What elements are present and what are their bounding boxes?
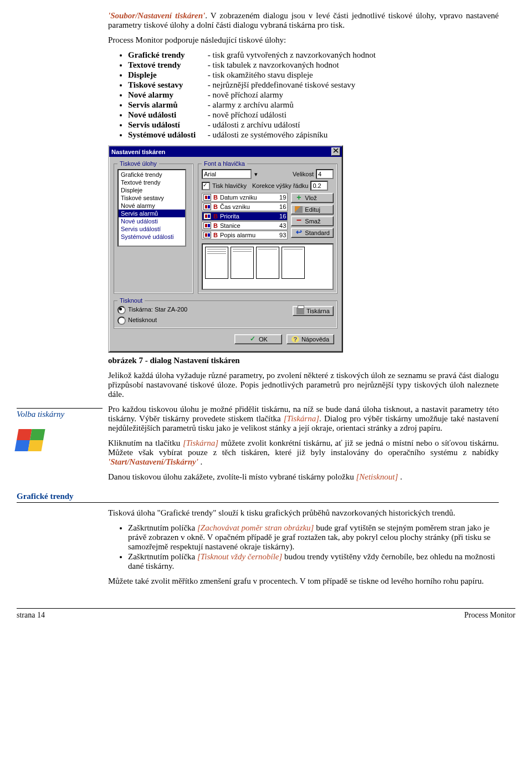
group-font-legend: Font a hlavička bbox=[202, 160, 247, 167]
volba-p1: Pro každou tiskovou úlohu je možné přidě… bbox=[108, 405, 499, 433]
edit-button[interactable]: Edituj bbox=[291, 205, 334, 215]
group-jobs-legend: Tiskové úlohy bbox=[117, 160, 159, 167]
listbox-item[interactable]: Tiskové sestavy bbox=[119, 194, 185, 202]
listbox-item[interactable]: Servis událostí bbox=[119, 225, 185, 233]
pencil-icon bbox=[295, 206, 303, 213]
preview-pane bbox=[202, 243, 334, 290]
footer-right: Process Monitor bbox=[464, 611, 515, 620]
minus-icon: – bbox=[295, 218, 303, 225]
graf-bullets: Zaškrtnutím políčka [Zachovávat poměr st… bbox=[108, 523, 499, 571]
font-combo[interactable]: Arial bbox=[202, 169, 252, 179]
after-figure-paragraph: Jelikož každá úloha vyžaduje různé param… bbox=[108, 371, 499, 399]
header-check-label: Tisk hlavičky bbox=[212, 182, 247, 189]
job-item: Grafické trendy - tisk grafů vytvořených… bbox=[128, 50, 499, 60]
figure-caption: obrázek 7 - dialog Nastavení tiskáren bbox=[108, 356, 499, 365]
intro-lead: Process Monitor podporuje následující ti… bbox=[108, 35, 499, 45]
listbox-item[interactable]: Nové události bbox=[119, 217, 185, 225]
section-heading-grafic: Grafické trendy bbox=[17, 492, 499, 503]
windows-icon bbox=[17, 429, 103, 451]
help-button[interactable]: ?Nápověda bbox=[287, 334, 334, 344]
printer-settings-dialog: Nastavení tiskáren Tiskové úlohy Grafick… bbox=[108, 145, 343, 353]
dialog-titlebar: Nastavení tiskáren bbox=[109, 146, 342, 157]
noprint-radio-label: Netisknout bbox=[128, 317, 157, 323]
job-item: Servis událostí - události z archívu udá… bbox=[128, 120, 499, 130]
job-item: Displeje - tisk okamžitého stavu displej… bbox=[128, 70, 499, 80]
listbox-item[interactable]: Servis alarmů bbox=[119, 210, 185, 217]
jobs-listbox[interactable]: Grafické trendyTextové trendyDisplejeTis… bbox=[117, 169, 186, 247]
job-item: Nové alarmy - nově příchozí alarmy bbox=[128, 90, 499, 100]
volba-p2: Kliknutím na tlačítku [Tiskárna] můžete … bbox=[108, 438, 499, 467]
delete-button[interactable]: –Smaž bbox=[291, 216, 334, 226]
size-label: Velikost bbox=[293, 171, 314, 177]
jobs-list: Grafické trendy - tisk grafů vytvořených… bbox=[108, 50, 499, 140]
dialog-title: Nastavení tiskáren bbox=[111, 149, 165, 155]
graf-p2: Můžete také zvolit měřítko zmenšení graf… bbox=[108, 577, 499, 586]
listbox-item[interactable]: Displeje bbox=[119, 186, 185, 194]
side-label-volba: Volba tiskárny bbox=[17, 408, 103, 419]
plus-icon: + bbox=[295, 195, 303, 201]
insert-button[interactable]: +Vlož bbox=[291, 193, 334, 203]
group-print-legend: Tisknout bbox=[117, 297, 145, 304]
noprint-radio[interactable] bbox=[117, 317, 126, 325]
size-input[interactable]: 4 bbox=[316, 169, 334, 179]
column-row[interactable]: BČas vzniku16 bbox=[202, 202, 288, 211]
printer-radio-label: Tiskárna: Star ZA-200 bbox=[128, 306, 187, 313]
job-item: Tiskové sestavy - nejrůznější předdefino… bbox=[128, 80, 499, 90]
close-icon[interactable] bbox=[331, 147, 340, 156]
graf-p1: Tisková úloha "Grafické trendy" slouží k… bbox=[108, 508, 499, 518]
arrow-icon: ↩ bbox=[295, 230, 303, 236]
printer-icon bbox=[296, 308, 304, 314]
column-row[interactable]: BStanice43 bbox=[202, 221, 288, 230]
column-row[interactable]: BPriorita16 bbox=[202, 212, 288, 221]
job-item: Systémové události - události ze systémo… bbox=[128, 130, 499, 140]
header-checkbox[interactable] bbox=[202, 182, 210, 190]
ok-button[interactable]: ✓OK bbox=[234, 334, 282, 344]
listbox-item[interactable]: Nové alarmy bbox=[119, 202, 185, 210]
listbox-item[interactable]: Textové trendy bbox=[119, 178, 185, 186]
chevron-down-icon[interactable]: ▾ bbox=[254, 171, 258, 178]
printer-radio[interactable] bbox=[117, 306, 126, 314]
page-footer: strana 14 Process Monitor bbox=[17, 608, 515, 620]
standard-button[interactable]: ↩Standard bbox=[291, 228, 334, 238]
listbox-item[interactable]: Grafické trendy bbox=[119, 171, 185, 178]
job-item: Textové trendy - tisk tabulek z navzorko… bbox=[128, 60, 499, 70]
check-icon: ✓ bbox=[249, 336, 257, 343]
printer-button[interactable]: Tiskárna bbox=[293, 306, 334, 316]
footer-left: strana 14 bbox=[17, 611, 45, 620]
job-item: Nové události - nově příchozí události bbox=[128, 110, 499, 120]
help-icon: ? bbox=[291, 336, 299, 343]
column-row[interactable]: BPopis alarmu93 bbox=[202, 231, 288, 239]
corr-input[interactable]: 0.2 bbox=[310, 181, 328, 191]
columns-list[interactable]: BDatum vzniku19BČas vzniku16BPriorita16B… bbox=[202, 193, 288, 240]
column-row[interactable]: BDatum vzniku19 bbox=[202, 193, 288, 202]
intro-paragraph: 'Soubor/Nastavení tiskáren'. V zobrazené… bbox=[108, 11, 499, 30]
volba-p3: Danou tiskovou úlohu zakážete, zvolíte-l… bbox=[108, 472, 499, 482]
job-item: Servis alarmů - alarmy z archívu alarmů bbox=[128, 100, 499, 110]
listbox-item[interactable]: Systémové události bbox=[119, 233, 185, 241]
corr-label: Korekce výšky řádku bbox=[252, 182, 308, 189]
